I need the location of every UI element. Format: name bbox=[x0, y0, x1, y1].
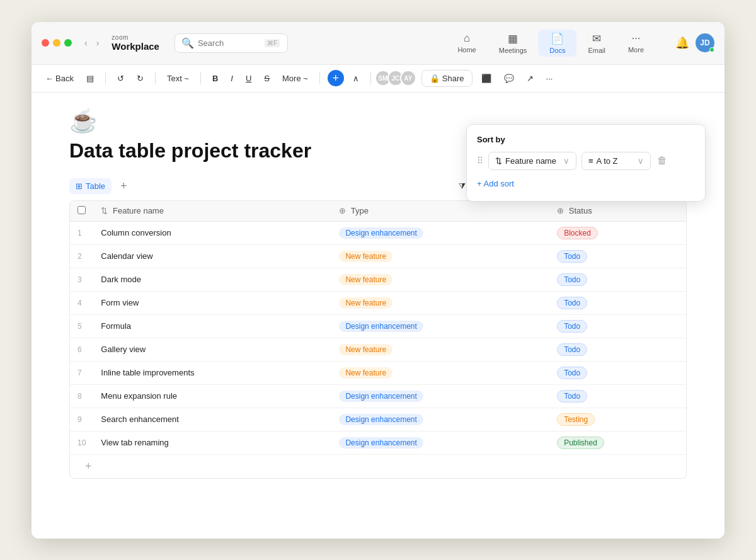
row-number: 6 bbox=[77, 345, 82, 354]
share-button[interactable]: 🔒 Share bbox=[421, 70, 472, 87]
row-checkbox-cell: 10 bbox=[70, 431, 93, 454]
add-sort-label: + Add sort bbox=[477, 179, 514, 188]
row-status: Todo bbox=[549, 268, 686, 291]
row-type: New feature bbox=[331, 361, 549, 384]
email-icon: ✉ bbox=[592, 32, 601, 45]
row-status: Todo bbox=[549, 244, 686, 268]
forward-arrow[interactable]: › bbox=[94, 37, 102, 49]
tab-docs[interactable]: 📄 Docs bbox=[538, 30, 576, 57]
tab-email[interactable]: ✉ Email bbox=[576, 30, 617, 57]
row-feature-name[interactable]: Dark mode bbox=[93, 268, 331, 291]
brand-name: Workplace bbox=[112, 41, 159, 52]
search-input[interactable] bbox=[198, 38, 261, 48]
filter-icon: ⧩ bbox=[459, 181, 466, 191]
brand: zoom Workplace bbox=[112, 34, 159, 52]
underline-button[interactable]: U bbox=[242, 71, 255, 86]
redo-button[interactable]: ↻ bbox=[133, 71, 147, 86]
sort-delete-button[interactable]: 🗑 bbox=[656, 154, 668, 168]
row-feature-name[interactable]: Menu expansion rule bbox=[93, 384, 331, 408]
table-tab-button[interactable]: ⊞ Table bbox=[69, 178, 112, 194]
sort-row: ⠿ ⇅ Feature name ∨ ≡ A to Z ∨ 🗑 bbox=[477, 152, 695, 170]
status-badge: Todo bbox=[557, 343, 587, 356]
undo-button[interactable]: ↺ bbox=[113, 71, 128, 86]
row-feature-name[interactable]: Form view bbox=[93, 291, 331, 314]
user-avatar[interactable]: JD bbox=[696, 33, 714, 52]
export-button[interactable]: ↗ bbox=[523, 71, 537, 86]
present-button[interactable]: ⬛ bbox=[478, 71, 495, 86]
sidebar-toggle-button[interactable]: ▤ bbox=[83, 71, 98, 86]
add-view-button[interactable]: + bbox=[117, 178, 131, 194]
row-type: Design enhancement bbox=[331, 408, 549, 431]
row-feature-name[interactable]: Gallery view bbox=[93, 338, 331, 361]
more-format-button[interactable]: More ~ bbox=[278, 71, 312, 86]
row-feature-name[interactable]: View tab renaming bbox=[93, 431, 331, 454]
italic-label: I bbox=[231, 74, 233, 83]
add-sort-button[interactable]: + Add sort bbox=[477, 176, 514, 191]
row-feature-name[interactable]: Column conversion bbox=[93, 221, 331, 244]
sort-dropdown-title: Sort by bbox=[477, 135, 695, 144]
row-status: Todo bbox=[549, 384, 686, 408]
status-badge: Published bbox=[557, 437, 604, 449]
close-button[interactable] bbox=[42, 39, 49, 47]
select-all-checkbox[interactable] bbox=[77, 206, 86, 214]
strikethrough-button[interactable]: S bbox=[260, 71, 273, 86]
row-feature-name[interactable]: Search enhancement bbox=[93, 408, 331, 431]
text-style-button[interactable]: Text ~ bbox=[163, 71, 193, 86]
row-feature-name[interactable]: Formula bbox=[93, 314, 331, 338]
add-row-button-bottom[interactable]: + bbox=[77, 457, 100, 476]
comment-button[interactable]: 💬 bbox=[500, 71, 518, 86]
table-row: 10 View tab renaming Design enhancement … bbox=[70, 431, 686, 454]
row-status: Blocked bbox=[549, 221, 686, 244]
row-checkbox-cell: 9 bbox=[70, 408, 93, 431]
tab-home[interactable]: ⌂ Home bbox=[446, 30, 487, 56]
table-row: 2 Calendar view New feature Todo bbox=[70, 244, 686, 268]
search-kbd: ⌘F bbox=[265, 39, 280, 47]
minimize-button[interactable] bbox=[53, 39, 60, 47]
tab-email-label: Email bbox=[588, 47, 605, 54]
bold-button[interactable]: B bbox=[209, 71, 222, 86]
sort-field-select[interactable]: ⇅ Feature name ∨ bbox=[488, 152, 576, 170]
table-row: 9 Search enhancement Design enhancement … bbox=[70, 408, 686, 431]
row-number: 5 bbox=[77, 322, 82, 331]
feature-sort-icon: ⇅ bbox=[101, 206, 108, 215]
row-type: Design enhancement bbox=[331, 314, 549, 338]
sep2 bbox=[155, 72, 156, 84]
underline-label: U bbox=[246, 74, 251, 83]
row-number: 4 bbox=[77, 299, 82, 307]
row-checkbox-cell: 3 bbox=[70, 268, 93, 291]
add-content-button[interactable]: + bbox=[328, 70, 344, 86]
more-options-button[interactable]: ··· bbox=[542, 71, 557, 86]
header-type-label: Type bbox=[351, 206, 369, 215]
row-type: Design enhancement bbox=[331, 221, 549, 244]
back-button[interactable]: ← Back bbox=[42, 71, 77, 86]
back-arrow[interactable]: ‹ bbox=[82, 37, 90, 49]
row-checkbox-cell: 8 bbox=[70, 384, 93, 408]
notification-icon[interactable]: 🔔 bbox=[675, 36, 689, 50]
table-row: 5 Formula Design enhancement Todo bbox=[70, 314, 686, 338]
italic-button[interactable]: I bbox=[227, 71, 237, 86]
sep5 bbox=[370, 72, 371, 84]
type-badge: New feature bbox=[339, 251, 392, 262]
sort-dropdown: Sort by ⠿ ⇅ Feature name ∨ ≡ A to Z ∨ 🗑 … bbox=[466, 124, 706, 202]
row-checkbox-cell: 1 bbox=[70, 221, 93, 244]
row-type: Design enhancement bbox=[331, 384, 549, 408]
status-badge: Testing bbox=[557, 413, 595, 426]
more-icon: ··· bbox=[631, 32, 640, 45]
row-feature-name[interactable]: Inline table improvements bbox=[93, 361, 331, 384]
maximize-button[interactable] bbox=[64, 39, 72, 47]
status-badge: Todo bbox=[557, 320, 587, 333]
tab-more[interactable]: ··· More bbox=[617, 30, 655, 56]
search-bar[interactable]: 🔍 ⌘F bbox=[175, 33, 288, 53]
sort-order-label: A to Z bbox=[597, 156, 618, 166]
row-feature-name[interactable]: Calendar view bbox=[93, 244, 331, 268]
sep4 bbox=[319, 72, 320, 84]
caret-button[interactable]: ∧ bbox=[349, 71, 363, 86]
collaborators: SM JC AY bbox=[379, 70, 416, 86]
row-checkbox-cell: 4 bbox=[70, 291, 93, 314]
row-number: 2 bbox=[77, 252, 82, 261]
drag-handle-icon[interactable]: ⠿ bbox=[477, 156, 483, 166]
sort-order-select[interactable]: ≡ A to Z ∨ bbox=[581, 152, 651, 170]
tab-meetings[interactable]: ▦ Meetings bbox=[488, 30, 539, 57]
sort-field-label: Feature name bbox=[505, 156, 556, 166]
row-type: New feature bbox=[331, 338, 549, 361]
